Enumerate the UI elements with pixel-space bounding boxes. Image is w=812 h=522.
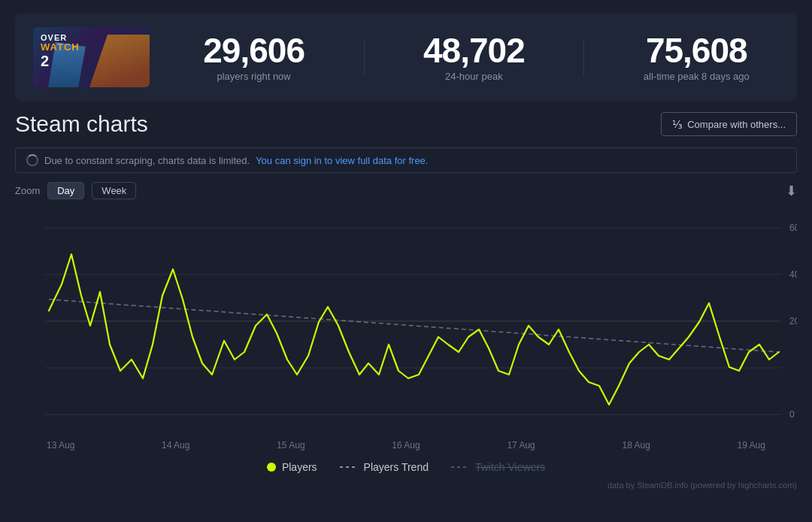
stat-current-players: 29,606 players right now — [203, 33, 304, 82]
footer-attribution: data by SteamDB.info (powered by highcha… — [15, 481, 797, 494]
stat-24h-peak: 48,702 24-hour peak — [423, 33, 525, 82]
game-logo: OVERWATCH2 — [41, 33, 80, 69]
svg-text:20k: 20k — [789, 316, 797, 326]
stats-group: 29,606 players right now 48,702 24-hour … — [174, 33, 779, 82]
zoom-row: Zoom Day Week ⬇ — [15, 182, 797, 205]
legend-trend: Players Trend — [340, 461, 429, 473]
chart-container: 60k 40k 20k 0 — [15, 213, 797, 431]
current-players-value: 29,606 — [203, 33, 304, 68]
stat-alltime-peak: 75,608 all-time peak 8 days ago — [644, 33, 750, 82]
alltime-label: all-time peak 8 days ago — [644, 71, 750, 82]
twitch-legend-label: Twitch Viewers — [475, 461, 545, 473]
compare-icon: ⅓ — [672, 118, 683, 130]
peak24h-label: 24-hour peak — [423, 71, 525, 82]
trend-legend-label: Players Trend — [364, 461, 429, 473]
x-label-1: 14 Aug — [162, 440, 189, 451]
x-label-2: 15 Aug — [277, 440, 304, 451]
legend-players: Players — [267, 461, 317, 473]
x-label-0: 13 Aug — [47, 440, 74, 451]
x-label-4: 17 Aug — [507, 440, 535, 451]
spinner-icon — [26, 154, 38, 166]
svg-text:40k: 40k — [789, 269, 797, 280]
alltime-value: 75,608 — [644, 33, 750, 68]
svg-line-9 — [49, 299, 778, 352]
download-button[interactable]: ⬇ — [786, 183, 797, 199]
svg-text:0: 0 — [789, 409, 795, 420]
legend: Players Players Trend Twitch Viewers — [15, 461, 797, 481]
svg-text:60k: 60k — [789, 223, 797, 233]
sign-in-link[interactable]: You can sign in to view full data for fr… — [256, 155, 428, 166]
x-label-6: 19 Aug — [738, 440, 765, 451]
current-players-label: players right now — [203, 71, 304, 82]
twitch-dash — [451, 466, 469, 468]
stat-divider-1 — [364, 38, 365, 76]
x-axis: 13 Aug 14 Aug 15 Aug 16 Aug 17 Aug 18 Au… — [15, 440, 797, 451]
chart-svg: 60k 40k 20k 0 — [15, 213, 797, 431]
main-content: Steam charts ⅓ Compare with others... Du… — [15, 111, 797, 494]
compare-button[interactable]: ⅓ Compare with others... — [661, 112, 797, 136]
header-card: OVERWATCH2 29,606 players right now 48,7… — [15, 14, 797, 101]
x-label-5: 18 Aug — [622, 440, 650, 451]
players-legend-label: Players — [282, 461, 317, 473]
compare-button-label: Compare with others... — [687, 119, 786, 130]
game-thumbnail: OVERWATCH2 — [33, 27, 150, 87]
x-label-3: 16 Aug — [392, 440, 420, 451]
zoom-day-button[interactable]: Day — [47, 182, 84, 199]
title-row: Steam charts ⅓ Compare with others... — [15, 111, 797, 137]
page-title: Steam charts — [15, 111, 148, 137]
trend-dash — [340, 466, 358, 468]
stat-divider-2 — [583, 38, 584, 76]
peak24h-value: 48,702 — [423, 33, 525, 68]
warning-bar: Due to constant scraping, charts data is… — [15, 147, 797, 173]
warning-text: Due to constant scraping, charts data is… — [44, 155, 250, 166]
zoom-label: Zoom — [15, 185, 40, 196]
legend-twitch: Twitch Viewers — [451, 461, 545, 473]
players-dot — [267, 463, 276, 472]
zoom-week-button[interactable]: Week — [92, 182, 136, 199]
